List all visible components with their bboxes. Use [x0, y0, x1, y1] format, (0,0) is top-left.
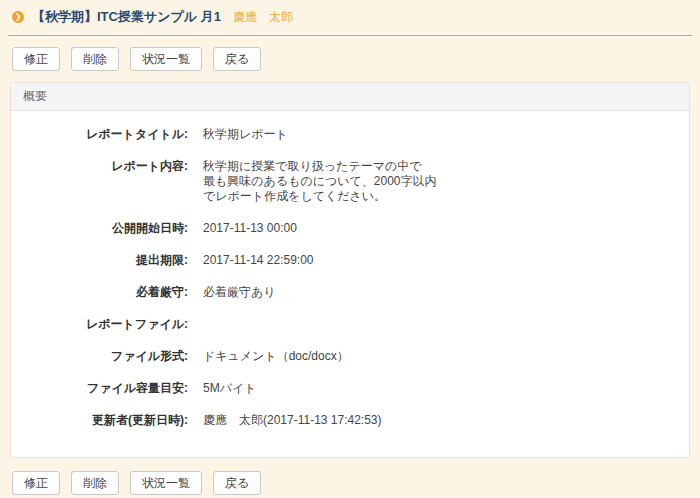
field-value: ドキュメント（doc/docx）: [203, 349, 349, 364]
arrow-icon: ❯: [12, 11, 24, 23]
field-label: レポートファイル:: [11, 317, 188, 332]
edit-button[interactable]: 修正: [12, 47, 60, 71]
instructor-name: 慶應 太郎: [233, 9, 293, 26]
page-title: 【秋学期】ITC授業サンプル 月1: [32, 8, 221, 26]
delete-button[interactable]: 削除: [71, 471, 119, 495]
field-row-strict-deadline: 必着厳守: 必着厳守あり: [11, 285, 689, 300]
field-row-deadline: 提出期限: 2017-11-14 22:59:00: [11, 253, 689, 268]
field-label: ファイル形式:: [11, 349, 188, 364]
field-label: 公開開始日時:: [11, 221, 188, 236]
field-label: ファイル容量目安:: [11, 381, 188, 396]
panel-header: 概要: [11, 83, 689, 111]
header-divider: [8, 35, 692, 36]
back-button[interactable]: 戻る: [213, 471, 261, 495]
delete-button[interactable]: 削除: [71, 47, 119, 71]
status-list-button[interactable]: 状況一覧: [130, 471, 202, 495]
field-row-report-file: レポートファイル:: [11, 317, 689, 332]
edit-button[interactable]: 修正: [12, 471, 60, 495]
field-value: 2017-11-13 00:00: [203, 221, 297, 236]
panel-body: レポートタイトル: 秋学期レポート レポート内容: 秋学期に授業で取り扱ったテー…: [11, 111, 689, 457]
field-row-publish-start: 公開開始日時: 2017-11-13 00:00: [11, 221, 689, 236]
field-label: レポート内容:: [11, 159, 188, 204]
top-toolbar: 修正 削除 状況一覧 戻る: [12, 47, 688, 71]
field-label: 提出期限:: [11, 253, 188, 268]
field-value: 5Mバイト: [203, 381, 257, 396]
bottom-toolbar: 修正 削除 状況一覧 戻る: [12, 471, 688, 495]
field-row-file-size-limit: ファイル容量目安: 5Mバイト: [11, 381, 689, 396]
field-value: 2017-11-14 22:59:00: [203, 253, 314, 268]
field-label: レポートタイトル:: [11, 127, 188, 142]
field-value: 慶應 太郎(2017-11-13 17:42:53): [203, 413, 382, 428]
status-list-button[interactable]: 状況一覧: [130, 47, 202, 71]
field-row-updated-by: 更新者(更新日時): 慶應 太郎(2017-11-13 17:42:53): [11, 413, 689, 428]
page-header: ❯ 【秋学期】ITC授業サンプル 月1 慶應 太郎: [0, 0, 700, 26]
field-label: 更新者(更新日時):: [11, 413, 188, 428]
field-value: 秋学期レポート: [203, 127, 288, 142]
field-label: 必着厳守:: [11, 285, 188, 300]
overview-panel: 概要 レポートタイトル: 秋学期レポート レポート内容: 秋学期に授業で取り扱っ…: [10, 82, 690, 458]
field-value: 必着厳守あり: [203, 285, 276, 300]
field-row-report-description: レポート内容: 秋学期に授業で取り扱ったテーマの中で 最も興味のあるものについて…: [11, 159, 689, 204]
back-button[interactable]: 戻る: [213, 47, 261, 71]
field-row-report-title: レポートタイトル: 秋学期レポート: [11, 127, 689, 142]
field-value: 秋学期に授業で取り扱ったテーマの中で 最も興味のあるものについて、2000字以内…: [203, 159, 437, 204]
field-row-file-format: ファイル形式: ドキュメント（doc/docx）: [11, 349, 689, 364]
